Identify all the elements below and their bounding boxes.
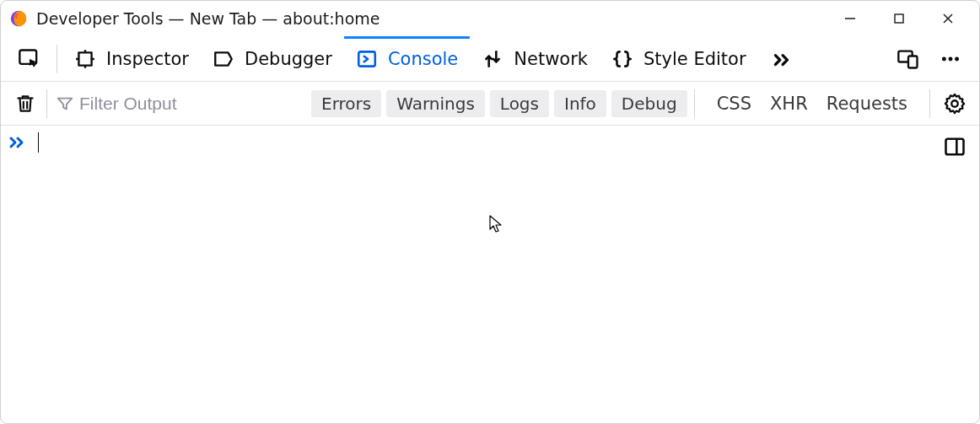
debugger-icon [213,48,234,70]
toolbar-divider [57,45,57,73]
tab-debugger[interactable]: Debugger [201,37,344,81]
console-icon [356,48,378,70]
tab-console[interactable]: Console [344,37,470,81]
tabs-overflow-button[interactable] [763,40,800,78]
filter-output-input[interactable] [79,94,304,114]
devtools-toolbar: Inspector Debugger Console [1,36,979,82]
filter-requests-button[interactable]: Requests [827,94,907,114]
window-minimize-button[interactable] [826,2,875,35]
tab-label: Inspector [106,49,189,69]
svg-rect-6 [78,52,91,65]
svg-rect-13 [908,56,918,67]
chip-logs[interactable]: Logs [490,90,549,117]
kebab-menu-button[interactable] [932,40,969,78]
chip-warnings[interactable]: Warnings [386,90,485,117]
tab-label: Console [388,49,458,69]
console-filterbar: Errors Warnings Logs Info Debug CSS XHR … [1,82,979,126]
clear-console-button[interactable] [8,86,43,121]
svg-rect-20 [946,139,964,155]
text-cursor [38,132,39,153]
filter-divider [929,89,930,118]
responsive-design-button[interactable] [890,40,927,78]
tab-label: Debugger [245,49,332,69]
inspector-icon [74,48,96,70]
firefox-app-icon [9,9,28,28]
tab-label: Style Editor [643,49,746,69]
filter-icon [56,94,74,113]
filter-divider [694,89,695,118]
pick-element-button[interactable] [11,40,48,78]
filter-xhr-button[interactable]: XHR [770,94,808,114]
svg-point-19 [951,100,957,106]
chip-errors[interactable]: Errors [311,90,381,117]
tab-style-editor[interactable]: Style Editor [600,37,758,81]
split-console-toggle-button[interactable] [939,131,971,163]
titlebar: Developer Tools — New Tab — about:home [1,1,979,36]
window-close-button[interactable] [923,2,972,35]
window-title: Developer Tools — New Tab — about:home [36,9,380,28]
console-input-row[interactable] [1,126,46,159]
console-output-area[interactable] [1,126,979,423]
log-level-chips: Errors Warnings Logs Info Debug [311,90,687,117]
svg-point-14 [942,56,946,61]
tab-network[interactable]: Network [470,37,600,81]
filter-divider [46,89,47,118]
prompt-icon [8,132,28,153]
chip-info[interactable]: Info [554,90,606,117]
console-settings-button[interactable] [937,86,972,121]
network-icon [482,48,503,70]
tab-label: Network [514,49,588,69]
filter-css-button[interactable]: CSS [717,94,751,114]
svg-rect-2 [895,14,903,23]
style-editor-icon [611,48,633,70]
svg-point-15 [949,56,953,61]
chip-debug[interactable]: Debug [611,90,687,117]
svg-point-16 [955,56,959,61]
window-maximize-button[interactable] [875,2,923,35]
tab-inspector[interactable]: Inspector [62,37,201,81]
